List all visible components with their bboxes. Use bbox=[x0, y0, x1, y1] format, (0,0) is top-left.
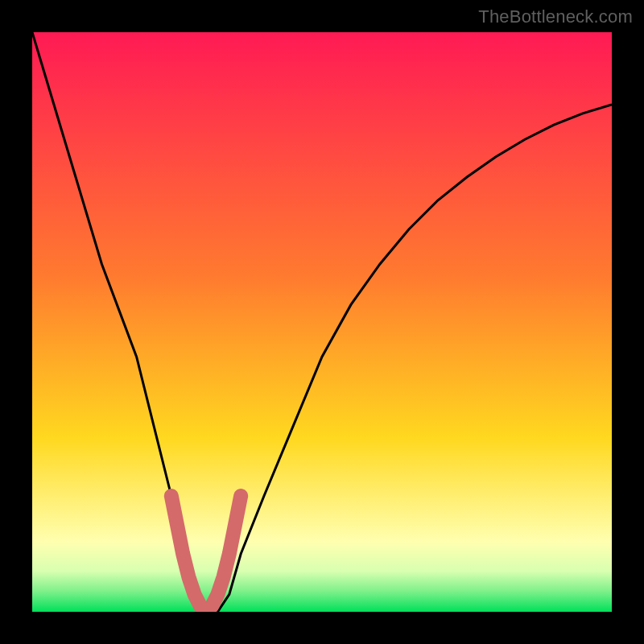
chart-svg bbox=[32, 32, 612, 612]
plot-area bbox=[32, 32, 612, 612]
chart-frame: TheBottleneck.com bbox=[0, 0, 644, 644]
watermark-text: TheBottleneck.com bbox=[478, 6, 633, 27]
gradient-background bbox=[32, 32, 612, 612]
